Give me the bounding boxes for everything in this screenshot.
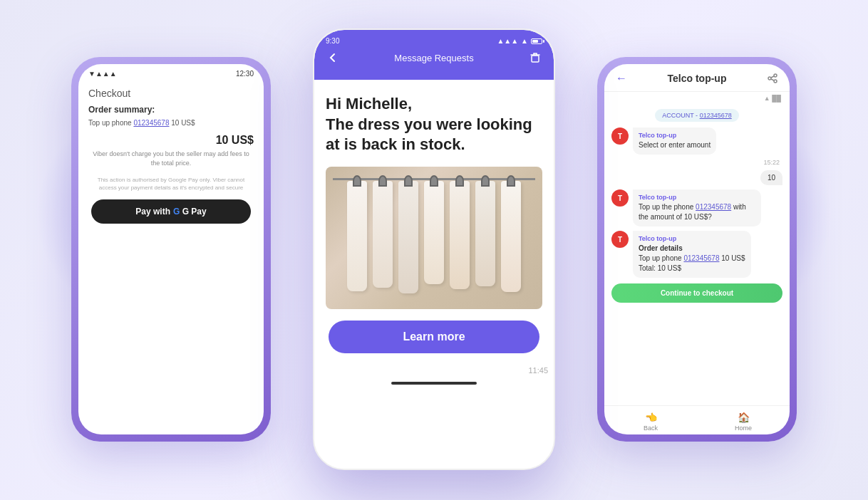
home-icon: 🏠 [738,412,750,423]
center-battery-icon [531,38,542,44]
chat-message-1: T Telco top-up Select or enter amount [611,127,782,155]
order-details-bold: Order details [639,244,683,252]
right-back-icon[interactable]: ← [614,71,629,85]
message-greeting: Hi Michelle,The dress you were looking a… [326,94,542,155]
center-body: Hi Michelle,The dress you were looking a… [314,80,554,469]
battery-fill [532,40,538,43]
chat-avatar-1: T [611,127,629,145]
order-phone-label: Top up phone [88,119,132,127]
svg-point-3 [774,80,777,83]
google-pay-logo: G G Pay [173,207,207,217]
right-status-icons: ▲ ██ [764,95,781,102]
phones-container: ▼▲▲▲ 12:30 Checkout Order summary: Top u… [0,0,868,500]
back-hand-icon: 👈 [645,412,657,423]
chat-bubble-1: Telco top-up Select or enter amount [633,127,716,155]
phone-left: ▼▲▲▲ 12:30 Checkout Order summary: Top u… [71,57,271,442]
pay-button-label: Pay with [135,207,170,217]
chat-text-2: Top up the phone 012345678 with the amou… [639,202,755,222]
right-chat-body: ACCOUNT - 012345678 T Telco top-up Selec… [604,105,790,405]
right-status-bar: ▲ ██ [604,92,790,105]
pay-with-google-pay-button[interactable]: Pay with G G Pay [91,199,251,224]
right-header-title: Telco top-up [668,73,727,84]
phone-right-inner: ← Telco top-up ▲ ██ ACCOUNT - [604,64,790,434]
dress-rack [326,167,542,309]
center-status-bar: 9:30 ▲▲▲ ▲ [326,37,542,45]
phone-left-inner: ▼▲▲▲ 12:30 Checkout Order summary: Top u… [78,64,264,434]
dress-image [326,167,542,309]
svg-point-2 [768,77,771,80]
chat-sender-1: Telco top-up [639,132,711,139]
phone-right: ← Telco top-up ▲ ██ ACCOUNT - [597,57,797,442]
dress-5 [450,181,470,289]
message-card: Hi Michelle,The dress you were looking a… [314,80,554,362]
order-total: 10 US$ [88,134,254,147]
left-time: 12:30 [236,70,254,78]
bottom-nav-back[interactable]: 👈 Back [604,412,697,432]
chat-bubble-2: Telco top-up Top up the phone 012345678 … [633,189,761,226]
message-time: 11:45 [314,362,554,377]
home-indicator[interactable] [391,382,477,385]
phone-link-2[interactable]: 012345678 [696,203,731,211]
dress-2 [373,181,393,288]
account-number[interactable]: 012345678 [700,112,732,119]
checkout-title: Checkout [88,88,254,99]
dress-4 [424,181,444,284]
right-share-icon[interactable] [765,71,780,85]
chat-bubble-user-1: 10 [760,170,782,185]
dress-7 [501,181,521,292]
chat-message-3: T Telco top-up Order details Top up phon… [611,231,782,278]
chat-avatar-2: T [611,189,629,207]
google-pay-note: This action is authorised by Google Pay … [88,176,254,192]
phone-center: 9:30 ▲▲▲ ▲ Message Requests [313,28,555,470]
time-1: 15:22 [611,159,780,166]
center-nav-title: Message Requests [394,53,473,63]
left-content: Checkout Order summary: Top up phone 012… [78,80,264,434]
bottom-nav-home[interactable]: 🏠 Home [697,412,790,432]
order-summary-title: Order summary: [88,105,254,115]
center-delete-icon[interactable] [528,51,542,65]
continue-to-checkout-button[interactable]: Continue to checkout [611,283,782,303]
chat-avatar-3: T [611,231,629,248]
chat-bubble-3: Telco top-up Order details Top up phone … [633,231,751,278]
left-status-bar: ▼▲▲▲ 12:30 [78,64,264,80]
account-badge: ACCOUNT - 012345678 [655,109,738,122]
order-phone-line: Top up phone 012345678 10 US$ [88,119,254,127]
right-bottom-nav: 👈 Back 🏠 Home [604,405,790,434]
chat-sender-2: Telco top-up [639,194,755,201]
center-time: 9:30 [326,37,339,45]
account-label: ACCOUNT - [662,112,698,119]
right-header: ← Telco top-up [604,64,790,92]
center-wifi-icon: ▲ [521,37,528,45]
chat-text-1: Select or enter amount [639,140,711,150]
chat-sender-3: Telco top-up [639,235,745,242]
dress-1 [347,181,367,291]
center-status-icons: ▲▲▲ ▲ [497,37,542,45]
center-notch: 9:30 ▲▲▲ ▲ Message Requests [314,30,554,80]
learn-more-button[interactable]: Learn more [329,321,539,353]
left-signal-icon: ▼▲▲▲ [88,70,117,78]
order-amount: 10 US$ [171,119,195,127]
center-back-icon[interactable] [326,51,340,65]
center-nav-bar: Message Requests [326,51,542,65]
dress-6 [475,181,495,286]
order-note: Viber doesn't charge you but the seller … [88,150,254,167]
chat-message-2: T Telco top-up Top up the phone 01234567… [611,189,782,226]
svg-rect-0 [532,56,539,62]
center-signal-icon: ▲▲▲ [497,37,518,45]
home-nav-label: Home [735,425,752,432]
back-nav-label: Back [644,425,658,432]
order-phone-number[interactable]: 012345678 [133,119,169,127]
phone-link-3[interactable]: 012345678 [683,254,719,262]
svg-point-1 [774,74,777,77]
chat-text-3: Order details Top up phone 012345678 10 … [639,244,745,274]
dress-3 [398,181,418,293]
